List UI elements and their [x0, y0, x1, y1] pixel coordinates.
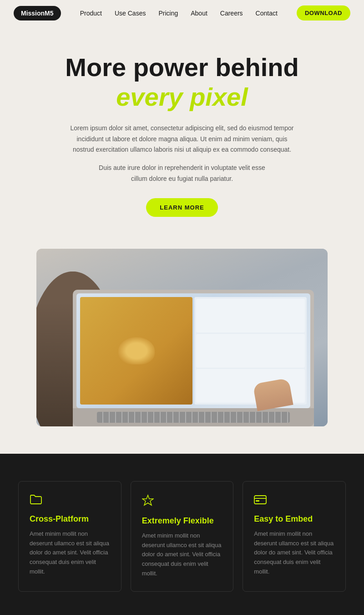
feature-title-2: Extremely Flexible	[142, 516, 222, 526]
navbar: MissionM5 Product Use Cases Pricing Abou…	[0, 0, 364, 26]
learn-more-button[interactable]: LEARN MORE	[146, 198, 217, 217]
card-icon	[254, 494, 334, 507]
hero-title-line1: More power behind	[65, 53, 298, 82]
download-button[interactable]: DOWNLOAD	[297, 5, 350, 20]
hero-description-2: Duis aute irure dolor in reprehenderit i…	[91, 163, 273, 184]
hero-image	[36, 249, 328, 426]
nav-contact[interactable]: Contact	[256, 10, 278, 17]
feature-desc-2: Amet minim mollit non deserunt ullamco e…	[142, 531, 222, 579]
feature-card-flexible: Extremely Flexible Amet minim mollit non…	[131, 481, 234, 592]
nav-careers[interactable]: Careers	[220, 10, 243, 17]
hero-section: More power behind every pixel Lorem ipsu…	[0, 26, 364, 235]
feature-title-1: Cross-Platform	[30, 514, 110, 524]
laptop-mockup	[36, 249, 328, 426]
hero-heading: More power behind every pixel	[46, 53, 318, 112]
keyboard-strip	[73, 408, 314, 426]
screen-left-panel	[80, 297, 192, 405]
feature-desc-1: Amet minim mollit non deserunt ullamco e…	[30, 529, 110, 577]
cake-image	[118, 337, 155, 364]
feature-card-embed: Easy to Embed Amet minim mollit non dese…	[243, 481, 346, 592]
features-grid: Cross-Platform Amet minim mollit non des…	[18, 481, 346, 592]
screen-panel-2	[196, 334, 305, 368]
feature-card-cross-platform: Cross-Platform Amet minim mollit non des…	[18, 481, 121, 592]
feature-title-3: Easy to Embed	[254, 514, 334, 524]
folder-icon	[30, 494, 110, 507]
star-icon	[142, 494, 222, 509]
nav-about[interactable]: About	[191, 10, 207, 17]
svg-rect-3	[256, 500, 259, 502]
feature-desc-3: Amet minim mollit non deserunt ullamco e…	[254, 529, 334, 577]
nav-pricing[interactable]: Pricing	[158, 10, 178, 17]
svg-rect-1	[254, 496, 266, 504]
hero-title-line2: every pixel	[46, 82, 318, 112]
screen-panel-1	[196, 299, 305, 333]
svg-marker-0	[142, 495, 153, 505]
nav-product[interactable]: Product	[80, 10, 102, 17]
nav-links: Product Use Cases Pricing About Careers …	[80, 9, 278, 17]
nav-use-cases[interactable]: Use Cases	[115, 10, 146, 17]
logo[interactable]: MissionM5	[14, 6, 61, 20]
hero-description: Lorem ipsum dolor sit amet, consectetur …	[68, 123, 296, 155]
features-section: Cross-Platform Amet minim mollit non des…	[0, 454, 364, 615]
keyboard-keys	[97, 412, 290, 423]
